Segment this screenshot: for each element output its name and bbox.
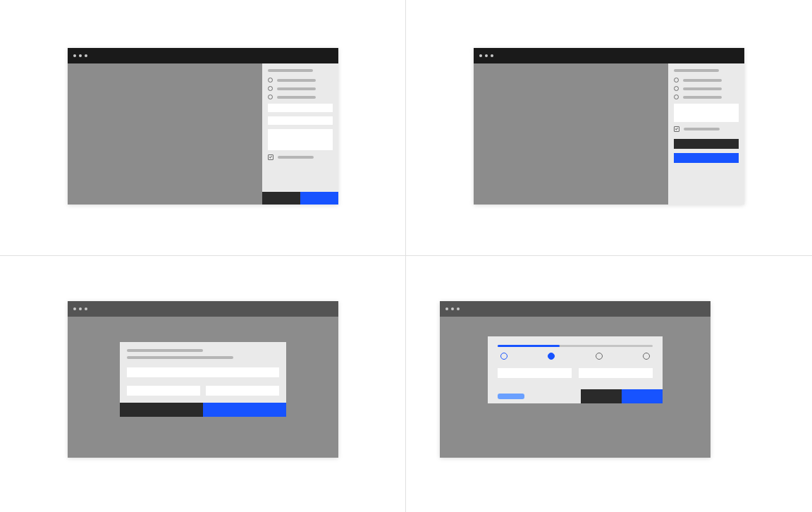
secondary-button[interactable] xyxy=(120,403,203,417)
button-row xyxy=(581,389,663,403)
form-heading xyxy=(268,69,313,72)
browser-window xyxy=(68,301,338,458)
radio-icon xyxy=(674,78,679,83)
button-row xyxy=(262,192,338,205)
checkbox-option[interactable] xyxy=(674,126,739,132)
window-titlebar xyxy=(474,48,744,63)
checkbox-label xyxy=(684,128,720,130)
window-titlebar xyxy=(68,301,338,317)
modal-title xyxy=(127,349,203,352)
window-dot-icon xyxy=(79,307,82,310)
variant-c-cell xyxy=(0,256,406,512)
secondary-button[interactable] xyxy=(262,192,300,205)
secondary-button[interactable] xyxy=(581,389,622,403)
radio-option[interactable] xyxy=(674,78,739,83)
radio-icon xyxy=(268,86,273,91)
wizard-footer xyxy=(488,389,663,403)
window-dot-icon xyxy=(85,54,87,57)
radio-label xyxy=(277,79,316,82)
window-titlebar xyxy=(440,301,710,317)
radio-icon xyxy=(674,95,679,99)
primary-button[interactable] xyxy=(674,153,739,163)
variant-b-cell xyxy=(406,0,812,256)
secondary-button[interactable] xyxy=(674,139,739,149)
radio-icon xyxy=(268,78,273,83)
window-dot-icon xyxy=(457,307,460,310)
wizard-dialog xyxy=(488,336,663,403)
radio-label xyxy=(277,96,316,99)
text-input[interactable] xyxy=(127,367,279,377)
button-row xyxy=(120,403,286,417)
window-dot-icon xyxy=(73,307,76,310)
window-dot-icon xyxy=(85,307,87,310)
side-form-panel xyxy=(668,63,744,205)
modal-dialog xyxy=(120,342,286,417)
radio-option[interactable] xyxy=(674,95,739,99)
variant-d-cell xyxy=(406,256,812,512)
step-indicator-row xyxy=(500,353,650,360)
step-dot[interactable] xyxy=(548,353,555,360)
progress-fill xyxy=(498,345,560,347)
progress-bar xyxy=(498,345,653,347)
step-dot[interactable] xyxy=(500,353,508,360)
radio-label xyxy=(683,79,722,82)
text-input[interactable] xyxy=(579,368,653,378)
back-link[interactable] xyxy=(498,394,524,399)
side-form-panel xyxy=(262,63,338,205)
primary-button[interactable] xyxy=(203,403,286,417)
window-dot-icon xyxy=(485,54,488,57)
variant-a-cell xyxy=(0,0,406,256)
step-dot[interactable] xyxy=(596,353,603,360)
browser-window xyxy=(474,48,744,205)
browser-window xyxy=(440,301,710,458)
step-dot[interactable] xyxy=(643,353,650,360)
primary-button[interactable] xyxy=(300,192,338,205)
textarea-input[interactable] xyxy=(674,104,739,122)
modal-subtitle xyxy=(127,356,233,359)
text-input[interactable] xyxy=(206,386,279,396)
browser-window xyxy=(68,48,338,205)
window-dot-icon xyxy=(479,54,482,57)
radio-icon xyxy=(674,86,679,91)
radio-option[interactable] xyxy=(268,78,333,83)
radio-icon xyxy=(268,95,273,99)
window-dot-icon xyxy=(79,54,82,57)
text-input[interactable] xyxy=(268,104,333,112)
checkbox-icon xyxy=(268,154,273,160)
checkbox-icon xyxy=(674,126,679,132)
window-dot-icon xyxy=(491,54,493,57)
checkbox-option[interactable] xyxy=(268,154,333,160)
primary-button[interactable] xyxy=(622,389,663,403)
radio-label xyxy=(683,87,722,90)
text-input[interactable] xyxy=(268,116,333,125)
checkbox-label xyxy=(278,156,314,159)
text-input[interactable] xyxy=(127,386,200,396)
radio-option[interactable] xyxy=(674,86,739,91)
text-input[interactable] xyxy=(498,368,572,378)
radio-label xyxy=(683,96,722,99)
button-stack xyxy=(674,139,739,163)
window-dot-icon xyxy=(451,307,454,310)
window-dot-icon xyxy=(445,307,448,310)
window-dot-icon xyxy=(73,54,76,57)
window-titlebar xyxy=(68,48,338,63)
textarea-input[interactable] xyxy=(268,129,333,150)
radio-label xyxy=(277,87,316,90)
radio-option[interactable] xyxy=(268,86,333,91)
form-heading xyxy=(674,69,719,72)
radio-option[interactable] xyxy=(268,95,333,99)
